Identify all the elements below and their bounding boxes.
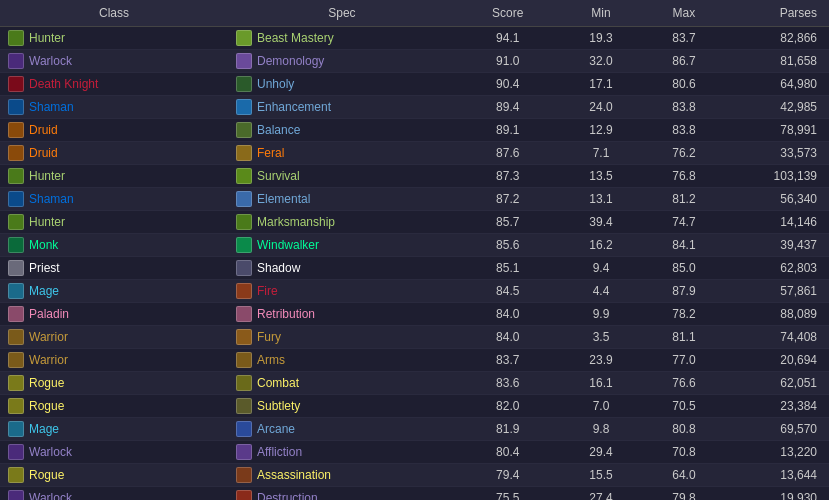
score-value: 83.6 [456, 372, 560, 395]
class-name: Monk [29, 238, 58, 252]
spec-name[interactable]: Marksmanship [257, 215, 335, 229]
class-name: Mage [29, 284, 59, 298]
class-name: Warlock [29, 54, 72, 68]
max-value: 86.7 [642, 50, 725, 73]
header-spec: Spec [228, 0, 456, 27]
max-value: 87.9 [642, 280, 725, 303]
table-row[interactable]: MageFire84.54.487.957,861 [0, 280, 829, 303]
table-row[interactable]: RogueCombat83.616.176.662,051 [0, 372, 829, 395]
score-value: 84.5 [456, 280, 560, 303]
max-value: 74.7 [642, 211, 725, 234]
class-name: Druid [29, 123, 58, 137]
min-value: 9.8 [560, 418, 643, 441]
min-value: 29.4 [560, 441, 643, 464]
class-icon [8, 214, 24, 230]
table-row[interactable]: WarlockDestruction75.527.479.819,930 [0, 487, 829, 501]
spec-icon [236, 398, 252, 414]
parses-value: 13,644 [725, 464, 829, 487]
class-name: Death Knight [29, 77, 98, 91]
min-value: 4.4 [560, 280, 643, 303]
class-icon [8, 145, 24, 161]
table-row[interactable]: HunterSurvival87.313.576.8103,139 [0, 165, 829, 188]
spec-name[interactable]: Arcane [257, 422, 295, 436]
spec-name[interactable]: Enhancement [257, 100, 331, 114]
spec-icon [236, 490, 252, 500]
table-row[interactable]: RogueAssassination79.415.564.013,644 [0, 464, 829, 487]
table-row[interactable]: WarlockAffliction80.429.470.813,220 [0, 441, 829, 464]
spec-icon [236, 329, 252, 345]
max-value: 83.7 [642, 27, 725, 50]
table-row[interactable]: PriestShadow85.19.485.062,803 [0, 257, 829, 280]
spec-name[interactable]: Elemental [257, 192, 310, 206]
spec-icon [236, 145, 252, 161]
spec-icon [236, 191, 252, 207]
score-value: 87.3 [456, 165, 560, 188]
score-value: 89.1 [456, 119, 560, 142]
score-value: 75.5 [456, 487, 560, 501]
spec-name[interactable]: Balance [257, 123, 300, 137]
spec-name[interactable]: Fury [257, 330, 281, 344]
parses-value: 82,866 [725, 27, 829, 50]
spec-name[interactable]: Survival [257, 169, 300, 183]
max-value: 64.0 [642, 464, 725, 487]
spec-name[interactable]: Retribution [257, 307, 315, 321]
spec-name[interactable]: Feral [257, 146, 284, 160]
score-value: 84.0 [456, 303, 560, 326]
score-value: 85.6 [456, 234, 560, 257]
table-row[interactable]: HunterBeast Mastery94.119.383.782,866 [0, 27, 829, 50]
spec-name[interactable]: Arms [257, 353, 285, 367]
table-row[interactable]: DruidFeral87.67.176.233,573 [0, 142, 829, 165]
max-value: 70.8 [642, 441, 725, 464]
spec-icon [236, 214, 252, 230]
spec-name[interactable]: Fire [257, 284, 278, 298]
class-name: Mage [29, 422, 59, 436]
table-row[interactable]: MonkWindwalker85.616.284.139,437 [0, 234, 829, 257]
table-row[interactable]: MageArcane81.99.880.869,570 [0, 418, 829, 441]
class-name: Warlock [29, 445, 72, 459]
class-name: Shaman [29, 100, 74, 114]
spec-name[interactable]: Unholy [257, 77, 294, 91]
spec-name[interactable]: Demonology [257, 54, 324, 68]
parses-value: 13,220 [725, 441, 829, 464]
spec-icon [236, 76, 252, 92]
table-row[interactable]: WarriorArms83.723.977.020,694 [0, 349, 829, 372]
class-name: Warrior [29, 330, 68, 344]
table-row[interactable]: RogueSubtlety82.07.070.523,384 [0, 395, 829, 418]
max-value: 81.1 [642, 326, 725, 349]
max-value: 81.2 [642, 188, 725, 211]
header-score: Score [456, 0, 560, 27]
parses-value: 42,985 [725, 96, 829, 119]
class-name: Hunter [29, 31, 65, 45]
class-name: Hunter [29, 169, 65, 183]
spec-name[interactable]: Affliction [257, 445, 302, 459]
table-row[interactable]: ShamanElemental87.213.181.256,340 [0, 188, 829, 211]
spec-name[interactable]: Windwalker [257, 238, 319, 252]
class-icon [8, 53, 24, 69]
score-value: 84.0 [456, 326, 560, 349]
table-row[interactable]: WarriorFury84.03.581.174,408 [0, 326, 829, 349]
spec-name[interactable]: Assassination [257, 468, 331, 482]
class-name: Rogue [29, 376, 64, 390]
table-row[interactable]: Death KnightUnholy90.417.180.664,980 [0, 73, 829, 96]
header-parses: Parses [725, 0, 829, 27]
spec-icon [236, 444, 252, 460]
table-row[interactable]: PaladinRetribution84.09.978.288,089 [0, 303, 829, 326]
spec-name[interactable]: Destruction [257, 491, 318, 500]
spec-name[interactable]: Shadow [257, 261, 300, 275]
min-value: 3.5 [560, 326, 643, 349]
parses-value: 39,437 [725, 234, 829, 257]
table-header-row: Class Spec Score Min Max Parses [0, 0, 829, 27]
parses-value: 20,694 [725, 349, 829, 372]
table-row[interactable]: WarlockDemonology91.032.086.781,658 [0, 50, 829, 73]
spec-name[interactable]: Beast Mastery [257, 31, 334, 45]
table-row[interactable]: HunterMarksmanship85.739.474.714,146 [0, 211, 829, 234]
parses-value: 81,658 [725, 50, 829, 73]
spec-name[interactable]: Combat [257, 376, 299, 390]
class-icon [8, 306, 24, 322]
max-value: 80.6 [642, 73, 725, 96]
spec-name[interactable]: Subtlety [257, 399, 300, 413]
table-row[interactable]: ShamanEnhancement89.424.083.842,985 [0, 96, 829, 119]
parses-value: 56,340 [725, 188, 829, 211]
score-value: 79.4 [456, 464, 560, 487]
table-row[interactable]: DruidBalance89.112.983.878,991 [0, 119, 829, 142]
